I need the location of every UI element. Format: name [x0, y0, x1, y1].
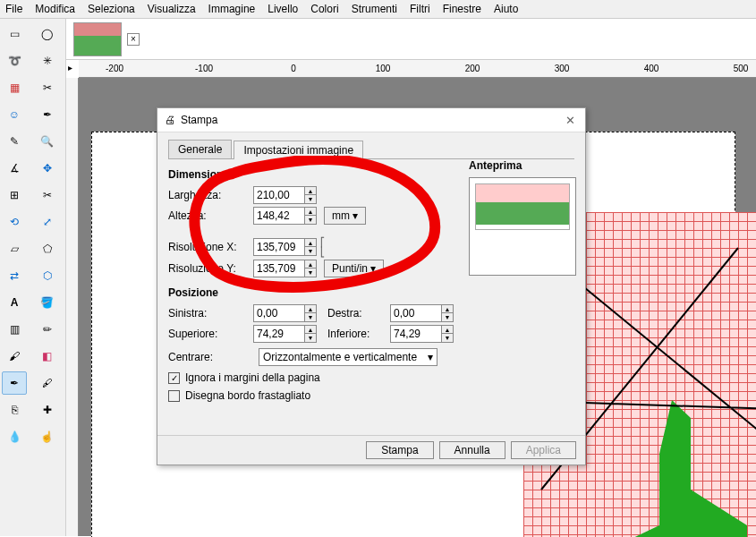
menu-colors[interactable]: Colori: [310, 3, 338, 15]
ruler-label: 300: [555, 64, 570, 73]
print-button[interactable]: Stampa: [366, 441, 433, 459]
smudge-tool[interactable]: ☝: [35, 425, 60, 448]
scale-tool[interactable]: ⤢: [35, 210, 60, 234]
rotate-tool[interactable]: ⟲: [2, 210, 27, 234]
pencil-tool[interactable]: ✏: [35, 318, 60, 341]
image-tab-close-button[interactable]: ×: [127, 33, 140, 46]
ignore-margins-checkbox[interactable]: ✓: [168, 372, 180, 384]
cancel-button[interactable]: Annulla: [439, 441, 505, 459]
dialog-close-button[interactable]: ✕: [562, 112, 578, 128]
move-tool[interactable]: ✥: [35, 157, 60, 180]
crop-tool[interactable]: ✂: [35, 183, 60, 207]
by-color-select-tool[interactable]: ▦: [2, 76, 27, 99]
paintbrush-tool[interactable]: 🖌: [2, 345, 27, 368]
green-pattern-shape: [622, 400, 747, 537]
left-spinner[interactable]: ▲▼: [305, 304, 317, 322]
tab-image-settings[interactable]: Impostazioni immagine: [234, 141, 363, 159]
horizontal-ruler[interactable]: -200 -100 0 100 200 300 400 500: [79, 60, 756, 78]
image-tab-thumbnail[interactable]: [73, 22, 122, 56]
top-label: Superiore:: [168, 328, 253, 340]
ruler-label: 100: [376, 64, 391, 73]
menu-edit[interactable]: Modifica: [35, 3, 75, 15]
ruler-label: 400: [644, 64, 659, 73]
position-heading: Posizione: [168, 286, 574, 299]
width-spinner[interactable]: ▲▼: [305, 186, 317, 204]
text-tool[interactable]: A: [2, 291, 27, 314]
blur-tool[interactable]: 💧: [2, 425, 27, 448]
align-tool[interactable]: ⊞: [2, 183, 27, 207]
resolution-y-spinner[interactable]: ▲▼: [305, 260, 317, 277]
menu-image[interactable]: Immagine: [208, 3, 256, 15]
bottom-label: Inferiore:: [327, 328, 390, 340]
eraser-tool[interactable]: ◧: [35, 345, 60, 368]
size-unit-selector[interactable]: mm ▾: [324, 207, 366, 225]
center-select[interactable]: Orizzontalmente e verticalmente▾: [259, 348, 437, 366]
bottom-input[interactable]: [390, 325, 442, 343]
image-tab-bar: ×: [66, 19, 756, 60]
blend-tool[interactable]: ▥: [2, 318, 27, 341]
height-input[interactable]: [253, 207, 305, 225]
airbrush-tool[interactable]: ✒: [2, 371, 27, 395]
cage-tool[interactable]: ⬡: [35, 264, 60, 287]
draw-border-checkbox[interactable]: [168, 390, 180, 402]
resolution-link-icon[interactable]: ⎡⎣: [320, 237, 325, 257]
vertical-ruler[interactable]: [66, 78, 79, 536]
top-spinner[interactable]: ▲▼: [305, 325, 317, 343]
zoom-tool[interactable]: 🔍: [35, 130, 60, 153]
dialog-title: Stampa: [181, 114, 217, 126]
height-label: Altezza:: [168, 209, 253, 222]
preview-thumbnail: [475, 183, 570, 230]
rect-select-tool[interactable]: ▭: [2, 22, 27, 46]
tab-general[interactable]: Generale: [168, 140, 232, 158]
resolution-x-spinner[interactable]: ▲▼: [305, 238, 317, 256]
right-spinner[interactable]: ▲▼: [442, 304, 454, 322]
menu-bar: File Modifica Seleziona Visualizza Immag…: [0, 0, 756, 19]
menu-select[interactable]: Seleziona: [88, 3, 135, 15]
paths-tool[interactable]: ✒: [35, 103, 60, 126]
perspective-tool[interactable]: ⬠: [35, 237, 60, 260]
menu-view[interactable]: Visualizza: [148, 3, 196, 15]
menu-layer[interactable]: Livello: [268, 3, 298, 15]
ellipse-select-tool[interactable]: ◯: [35, 22, 60, 46]
center-label: Centrare:: [168, 351, 253, 363]
height-spinner[interactable]: ▲▼: [305, 207, 317, 225]
resolution-x-input[interactable]: [253, 238, 305, 256]
ink-tool[interactable]: 🖋: [35, 371, 60, 395]
resolution-unit-selector[interactable]: Punti/in ▾: [324, 260, 384, 277]
right-input[interactable]: [390, 304, 442, 322]
menu-filters[interactable]: Filtri: [410, 3, 430, 15]
menu-file[interactable]: File: [5, 3, 22, 15]
ruler-label: -100: [195, 64, 213, 73]
print-dialog: 🖨 Stampa ✕ Generale Impostazioni immagin…: [157, 107, 586, 465]
ignore-margins-label: Ignora i margini della pagina: [185, 371, 320, 384]
clone-tool[interactable]: ⎘: [2, 398, 27, 422]
ruler-label: 0: [291, 64, 296, 73]
resolution-x-label: Risoluzione X:: [168, 241, 253, 253]
color-picker-tool[interactable]: ✎: [2, 130, 27, 153]
left-input[interactable]: [253, 304, 305, 322]
width-input[interactable]: [253, 186, 305, 204]
flip-tool[interactable]: ⇄: [2, 264, 27, 287]
fuzzy-select-tool[interactable]: ✳: [35, 49, 60, 72]
width-label: Larghezza:: [168, 189, 253, 201]
heal-tool[interactable]: ✚: [35, 398, 60, 422]
menu-tools[interactable]: Strumenti: [352, 3, 397, 15]
top-input[interactable]: [253, 325, 305, 343]
menu-windows[interactable]: Finestre: [443, 3, 481, 15]
right-label: Destra:: [327, 307, 390, 320]
draw-border-label: Disegna bordo frastagliato: [185, 389, 310, 402]
menu-help[interactable]: Aiuto: [494, 3, 518, 15]
shear-tool[interactable]: ▱: [2, 237, 27, 260]
print-preview: [469, 177, 576, 276]
bottom-spinner[interactable]: ▲▼: [442, 325, 454, 343]
apply-button[interactable]: Applica: [511, 441, 576, 459]
ruler-label: -200: [106, 64, 123, 73]
measure-tool[interactable]: ∡: [2, 157, 27, 180]
scissors-tool[interactable]: ✂: [35, 76, 60, 99]
lasso-tool[interactable]: ➰: [2, 49, 27, 72]
ruler-label: 500: [734, 64, 749, 73]
foreground-select-tool[interactable]: ☺: [2, 103, 27, 126]
toolbox: ▭ ◯ ➰ ✳ ▦ ✂ ☺ ✒ ✎ 🔍 ∡ ✥ ⊞ ✂ ⟲ ⤢ ▱ ⬠ ⇄ ⬡ …: [0, 19, 66, 536]
resolution-y-input[interactable]: [253, 260, 305, 277]
bucket-fill-tool[interactable]: 🪣: [35, 291, 60, 314]
